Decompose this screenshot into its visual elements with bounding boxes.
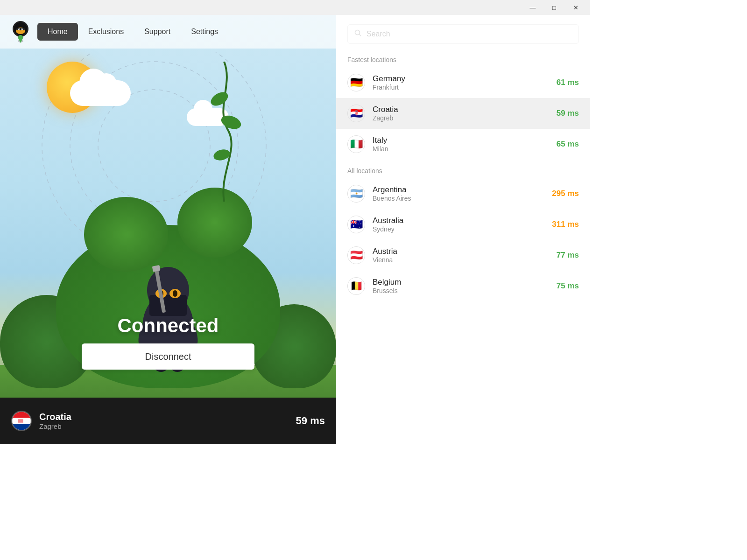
argentina-city: Buenos Aires bbox=[373, 195, 552, 202]
germany-ping: 61 ms bbox=[557, 78, 579, 87]
svg-point-6 bbox=[19, 29, 20, 30]
svg-point-7 bbox=[21, 29, 22, 30]
argentina-country: Argentina bbox=[373, 185, 552, 195]
croatia-fastest-ping: 59 ms bbox=[557, 109, 579, 118]
location-item-germany[interactable]: 🇩🇪 Germany Frankfurt 61 ms bbox=[336, 67, 590, 98]
flag-italy: 🇮🇹 bbox=[347, 135, 365, 153]
flag-argentina: 🇦🇷 bbox=[347, 185, 365, 203]
germany-country: Germany bbox=[373, 74, 557, 84]
nav-home-button[interactable]: Home bbox=[37, 23, 78, 41]
right-panel: Fastest locations 🇩🇪 Germany Frankfurt 6… bbox=[336, 15, 590, 444]
location-list-scroll[interactable]: Fastest locations 🇩🇪 Germany Frankfurt 6… bbox=[336, 49, 590, 444]
croatia-fastest-info: Croatia Zagreb bbox=[373, 105, 557, 122]
flag-germany: 🇩🇪 bbox=[347, 74, 365, 91]
svg-rect-30 bbox=[12, 412, 31, 418]
status-location-info: Croatia Zagreb bbox=[39, 412, 296, 430]
app-logo bbox=[9, 21, 32, 43]
all-locations-header: All locations bbox=[336, 160, 590, 178]
argentina-info: Argentina Buenos Aires bbox=[373, 185, 552, 202]
australia-city: Sydney bbox=[373, 225, 552, 233]
cloud1-decoration bbox=[70, 80, 131, 106]
australia-info: Australia Sydney bbox=[373, 216, 552, 233]
belgium-info: Belgium Brussels bbox=[373, 278, 557, 294]
belgium-city: Brussels bbox=[373, 287, 557, 294]
location-item-italy[interactable]: 🇮🇹 Italy Milan 65 ms bbox=[336, 129, 590, 160]
svg-rect-15 bbox=[149, 295, 187, 316]
austria-ping: 77 ms bbox=[557, 251, 579, 260]
connected-status-text: Connected bbox=[0, 315, 336, 337]
nav-settings-button[interactable]: Settings bbox=[181, 23, 228, 41]
status-ping: 59 ms bbox=[296, 415, 325, 427]
flag-australia: 🇦🇺 bbox=[347, 216, 365, 233]
flag-belgium: 🇧🇪 bbox=[347, 277, 365, 295]
svg-rect-3 bbox=[16, 28, 25, 30]
disconnect-button[interactable]: Disconnect bbox=[82, 343, 254, 370]
maximize-button[interactable]: □ bbox=[543, 0, 565, 15]
svg-point-10 bbox=[98, 90, 210, 202]
status-bar: Croatia Zagreb 59 ms bbox=[0, 398, 336, 444]
austria-country: Austria bbox=[373, 247, 557, 256]
argentina-ping: 295 ms bbox=[552, 189, 579, 198]
nav-exclusions-button[interactable]: Exclusions bbox=[78, 23, 134, 41]
croatia-fastest-country: Croatia bbox=[373, 105, 557, 114]
italy-info: Italy Milan bbox=[373, 136, 557, 153]
croatia-fastest-city: Zagreb bbox=[373, 114, 557, 122]
location-item-croatia-fastest[interactable]: 🇭🇷 Croatia Zagreb 59 ms bbox=[336, 98, 590, 129]
left-panel: Connected Disconnect bbox=[0, 15, 336, 444]
location-item-australia[interactable]: 🇦🇺 Australia Sydney 311 ms bbox=[336, 209, 590, 240]
title-bar: — □ ✕ bbox=[0, 0, 590, 15]
location-item-argentina[interactable]: 🇦🇷 Argentina Buenos Aires 295 ms bbox=[336, 178, 590, 209]
fastest-locations-header: Fastest locations bbox=[336, 49, 590, 67]
australia-country: Australia bbox=[373, 216, 552, 225]
australia-ping: 311 ms bbox=[552, 220, 579, 229]
belgium-country: Belgium bbox=[373, 278, 557, 287]
svg-point-19 bbox=[173, 290, 177, 297]
austria-city: Vienna bbox=[373, 256, 557, 264]
minimize-button[interactable]: — bbox=[522, 0, 543, 15]
status-city: Zagreb bbox=[39, 422, 296, 430]
italy-city: Milan bbox=[373, 145, 557, 153]
belgium-ping: 75 ms bbox=[557, 281, 579, 291]
flag-croatia-fastest: 🇭🇷 bbox=[347, 105, 365, 122]
status-flag bbox=[11, 411, 32, 431]
italy-ping: 65 ms bbox=[557, 140, 579, 149]
svg-point-9 bbox=[18, 35, 23, 40]
cloud2-decoration bbox=[187, 108, 229, 126]
close-button[interactable]: ✕ bbox=[565, 0, 586, 15]
nav-bar: Home Exclusions Support Settings bbox=[0, 15, 590, 49]
italy-country: Italy bbox=[373, 136, 557, 145]
austria-info: Austria Vienna bbox=[373, 247, 557, 264]
location-item-austria[interactable]: 🇦🇹 Austria Vienna 77 ms bbox=[336, 240, 590, 271]
nav-support-button[interactable]: Support bbox=[134, 23, 181, 41]
location-item-belgium[interactable]: 🇧🇪 Belgium Brussels 75 ms bbox=[336, 271, 590, 301]
germany-city: Frankfurt bbox=[373, 84, 557, 91]
germany-info: Germany Frankfurt bbox=[373, 74, 557, 91]
flag-austria: 🇦🇹 bbox=[347, 246, 365, 264]
status-country: Croatia bbox=[39, 412, 296, 422]
svg-rect-32 bbox=[12, 424, 31, 430]
